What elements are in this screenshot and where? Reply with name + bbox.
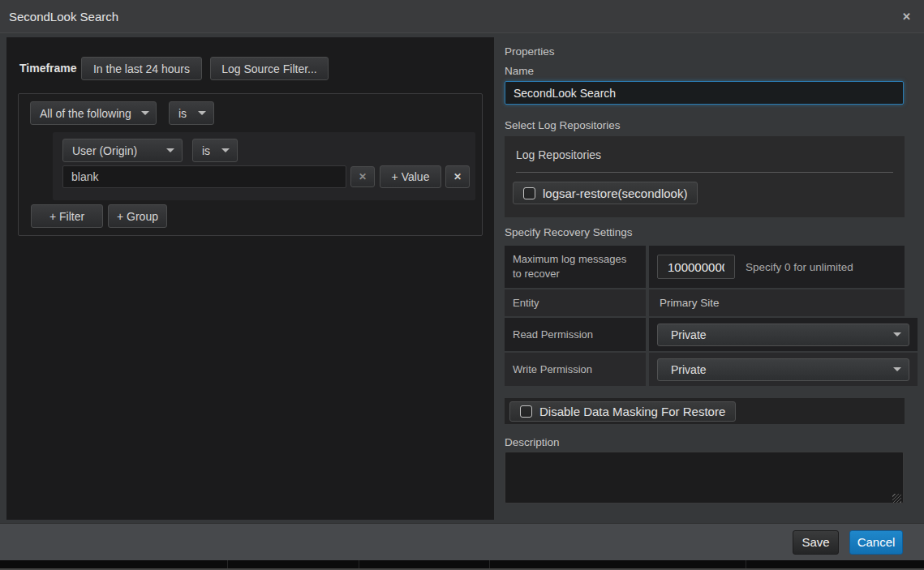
entity-cell: Primary Site <box>649 289 905 316</box>
operator-dropdown[interactable]: is <box>192 139 238 162</box>
select-log-repositories-label: Select Log Repositories <box>505 119 621 131</box>
read-permission-dropdown[interactable]: Private <box>657 324 909 346</box>
write-permission-cell: Private <box>649 353 918 386</box>
dialog-titlebar: SecondLook Search ✕ <box>0 0 924 33</box>
max-log-messages-input[interactable] <box>657 255 735 279</box>
operator-dropdown-label: is <box>202 144 210 157</box>
log-repositories-panel: Log Repositories logsar-restore(secondlo… <box>505 136 905 217</box>
read-permission-cell: Private <box>649 318 918 351</box>
repository-label: logsar-restore(secondlook) <box>543 186 687 200</box>
cancel-button[interactable]: Cancel <box>849 530 903 555</box>
timeframe-label: Timeframe <box>19 62 77 75</box>
name-input[interactable] <box>505 81 904 105</box>
name-label: Name <box>505 65 534 77</box>
match-operator-dropdown-label: is <box>178 107 187 120</box>
properties-panel: Properties Name Select Log Repositories … <box>505 37 905 520</box>
chevron-down-icon <box>198 111 206 115</box>
filter-value-input[interactable] <box>62 165 346 188</box>
recovery-settings-table: Maximum log messages to recover Specify … <box>505 246 905 386</box>
read-permission-value: Private <box>671 328 707 341</box>
timeframe-button[interactable]: In the last 24 hours <box>81 57 202 80</box>
max-log-messages-cell: Specify 0 for unlimited <box>649 246 905 288</box>
add-filter-button[interactable]: + Filter <box>31 204 103 228</box>
divider <box>516 172 893 173</box>
description-label: Description <box>505 436 560 448</box>
log-source-filter-button[interactable]: Log Source Filter... <box>210 57 329 80</box>
remove-rule-button[interactable]: ✕ <box>445 165 470 188</box>
filter-rule-group: User (Origin) is ✕ + Value ✕ <box>53 132 475 200</box>
entity-label: Entity <box>505 289 646 316</box>
match-type-dropdown-label: All of the following <box>40 107 131 120</box>
disable-data-masking-toggle[interactable]: Disable Data Masking For Restore <box>509 401 736 422</box>
chevron-down-icon <box>166 148 174 152</box>
entity-value: Primary Site <box>651 297 720 309</box>
secondlook-search-dialog: SecondLook Search ✕ Timeframe In the las… <box>0 0 924 560</box>
resize-handle[interactable] <box>892 494 901 503</box>
filter-group-box: All of the following is User (Origin) is… <box>18 93 483 236</box>
divider <box>227 560 228 568</box>
table-row: Entity Primary Site <box>505 289 905 316</box>
log-repositories-header: Log Repositories <box>516 148 601 161</box>
read-permission-label: Read Permission <box>505 318 646 351</box>
log-repository-item[interactable]: logsar-restore(secondlook) <box>513 182 698 204</box>
field-dropdown-label: User (Origin) <box>72 144 137 157</box>
divider <box>489 560 490 568</box>
repository-checkbox[interactable] <box>523 187 535 199</box>
max-log-messages-label: Maximum log messages to recover <box>505 246 646 288</box>
recovery-settings-heading: Specify Recovery Settings <box>505 226 633 238</box>
divider <box>746 560 746 568</box>
table-row: Read Permission Private <box>505 318 905 351</box>
close-icon[interactable]: ✕ <box>902 11 911 23</box>
match-operator-dropdown[interactable]: is <box>169 101 214 125</box>
table-row: Maximum log messages to recover Specify … <box>505 246 905 288</box>
match-type-dropdown[interactable]: All of the following <box>30 101 157 125</box>
description-textarea[interactable] <box>505 452 904 504</box>
remove-icon: ✕ <box>453 171 462 182</box>
write-permission-label: Write Permission <box>505 353 646 386</box>
chevron-down-icon <box>893 332 901 336</box>
disable-data-masking-label: Disable Data Masking For Restore <box>539 405 725 418</box>
disable-data-masking-checkbox[interactable] <box>520 405 532 418</box>
write-permission-value: Private <box>671 363 707 376</box>
dialog-title: SecondLook Search <box>9 10 902 24</box>
chevron-down-icon <box>221 148 230 152</box>
remove-value-button[interactable]: ✕ <box>350 166 375 187</box>
chevron-down-icon <box>893 367 901 371</box>
write-permission-dropdown[interactable]: Private <box>657 358 909 381</box>
remove-icon: ✕ <box>359 171 367 182</box>
chevron-down-icon <box>141 111 149 115</box>
search-builder-panel: Timeframe In the last 24 hours Log Sourc… <box>6 37 494 520</box>
add-group-button[interactable]: + Group <box>108 204 167 228</box>
save-button[interactable]: Save <box>793 530 839 555</box>
dialog-footer: Save Cancel <box>0 523 924 560</box>
add-value-button[interactable]: + Value <box>380 165 441 188</box>
divider <box>359 560 359 568</box>
field-dropdown[interactable]: User (Origin) <box>62 139 183 162</box>
background-page-strip <box>0 560 924 570</box>
properties-label: Properties <box>505 45 555 58</box>
unlimited-hint: Specify 0 for unlimited <box>746 261 853 273</box>
table-row: Write Permission Private <box>505 353 905 386</box>
